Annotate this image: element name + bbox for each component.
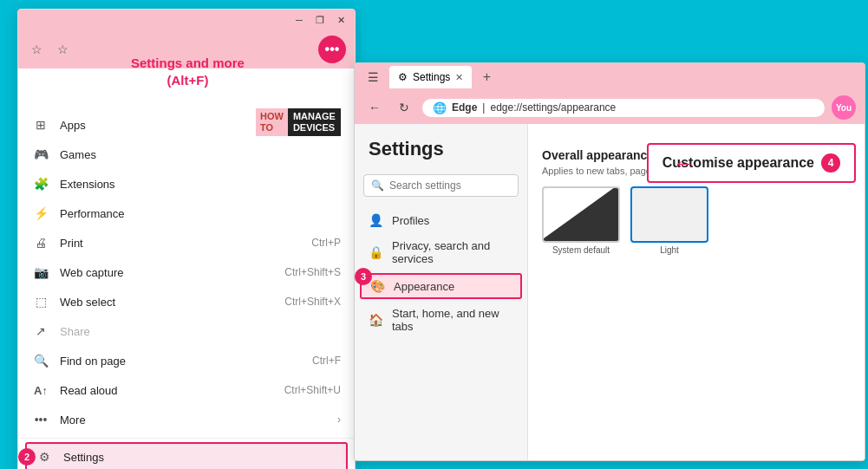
url-text: edge://settings/appearance bbox=[490, 101, 616, 114]
settings-addressbar: ← ↻ 🌐 Edge | edge://settings/appearance … bbox=[355, 91, 865, 124]
profiles-nav-icon: 👤 bbox=[369, 213, 383, 227]
settings-label: Settings bbox=[63, 451, 337, 464]
system-default-swatch[interactable] bbox=[542, 186, 620, 243]
menu-items-list: ⊞ Apps › 🎮 Games 🧩 Extensions ⚡ Performa… bbox=[18, 107, 355, 469]
starthome-nav-icon: 🏠 bbox=[369, 313, 383, 327]
favorite-icon[interactable]: ☆ bbox=[27, 40, 46, 59]
settings-and-more-callout: Settings and more(Alt+F) bbox=[131, 55, 245, 88]
more-label: More bbox=[60, 414, 337, 427]
tab-favicon: ⚙ bbox=[398, 71, 408, 83]
webcapture-icon: 📷 bbox=[32, 264, 49, 281]
share-label: Share bbox=[60, 325, 341, 338]
address-bar[interactable]: 🌐 Edge | edge://settings/appearance bbox=[422, 99, 825, 117]
print-shortcut: Ctrl+P bbox=[311, 237, 341, 249]
search-settings-input[interactable] bbox=[389, 179, 519, 192]
menu-divider bbox=[18, 438, 355, 439]
arrow-to-customise: ← bbox=[673, 150, 695, 177]
settings-more-button[interactable]: ••• bbox=[318, 36, 346, 63]
readaloud-shortcut: Ctrl+Shift+U bbox=[284, 384, 341, 396]
settings-sidebar-title: Settings bbox=[355, 138, 527, 174]
menu-titlebar: ─ ❐ ✕ bbox=[18, 10, 355, 30]
more-icon: ••• bbox=[32, 411, 49, 428]
logo-how: HOWTO bbox=[256, 108, 288, 136]
findonpage-icon: 🔍 bbox=[32, 352, 49, 369]
readaloud-label: Read aloud bbox=[60, 384, 284, 397]
new-tab-button[interactable]: + bbox=[477, 68, 496, 87]
edge-settings-window: ☰ ⚙ Settings ✕ + ← ↻ 🌐 Edge | edge://set… bbox=[354, 62, 865, 461]
light-label: Light bbox=[630, 245, 708, 255]
step3-badge: 3 bbox=[355, 268, 372, 285]
nav-appearance[interactable]: 3 🎨 Appearance bbox=[360, 273, 522, 299]
menu-item-readaloud[interactable]: A↑ Read aloud Ctrl+Shift+U bbox=[18, 375, 355, 405]
light-swatch[interactable] bbox=[630, 186, 708, 243]
menu-item-settings[interactable]: 2 ⚙ Settings bbox=[25, 442, 348, 469]
webselect-shortcut: Ctrl+Shift+X bbox=[284, 296, 341, 308]
extensions-icon: 🧩 bbox=[32, 175, 49, 192]
menu-item-webcapture[interactable]: 📷 Web capture Ctrl+Shift+S bbox=[18, 257, 355, 287]
settings-icon: ⚙ bbox=[36, 448, 53, 466]
settings-search-box[interactable]: 🔍 bbox=[363, 174, 519, 197]
appearance-swatches: System default Light bbox=[542, 186, 851, 255]
collections-icon[interactable]: ☆ bbox=[53, 40, 72, 59]
refresh-button[interactable]: ↻ bbox=[393, 96, 415, 119]
webselect-icon: ⬚ bbox=[32, 293, 49, 310]
findonpage-label: Find on page bbox=[60, 355, 312, 368]
tab-label: Settings bbox=[413, 71, 450, 83]
system-default-label: System default bbox=[542, 245, 620, 255]
tab-close-button[interactable]: ✕ bbox=[455, 72, 463, 83]
restore-button[interactable]: ❐ bbox=[313, 13, 327, 27]
print-icon: 🖨 bbox=[32, 234, 49, 251]
menu-item-print[interactable]: 🖨 Print Ctrl+P bbox=[18, 228, 355, 257]
nav-privacy[interactable]: 🔒 Privacy, search and services bbox=[355, 233, 527, 271]
close-button[interactable]: ✕ bbox=[334, 13, 348, 27]
menu-item-games[interactable]: 🎮 Games bbox=[18, 140, 355, 169]
sidebar-toggle[interactable]: ☰ bbox=[362, 66, 384, 88]
privacy-nav-label: Privacy, search and services bbox=[392, 239, 513, 265]
menu-item-performance[interactable]: ⚡ Performance bbox=[18, 199, 355, 228]
starthome-nav-label: Start, home, and new tabs bbox=[392, 307, 513, 333]
swatch-light-container[interactable]: Light bbox=[630, 186, 708, 255]
step4-badge: 4 bbox=[821, 153, 840, 173]
edge-label: Edge bbox=[452, 101, 477, 114]
menu-item-more[interactable]: ••• More › bbox=[18, 405, 355, 434]
menu-item-extensions[interactable]: 🧩 Extensions bbox=[18, 169, 355, 199]
settings-titlebar: ☰ ⚙ Settings ✕ + bbox=[355, 63, 865, 91]
performance-icon: ⚡ bbox=[32, 205, 49, 222]
back-button[interactable]: ← bbox=[363, 96, 386, 119]
share-icon: ↗ bbox=[32, 322, 49, 340]
games-label: Games bbox=[60, 148, 341, 161]
settings-tab[interactable]: ⚙ Settings ✕ bbox=[389, 66, 472, 88]
appearance-nav-label: Appearance bbox=[394, 280, 454, 293]
nav-profiles[interactable]: 👤 Profiles bbox=[355, 207, 527, 233]
logo: HOWTO MANAGEDEVICES bbox=[256, 108, 341, 136]
more-arrow: › bbox=[337, 414, 341, 426]
apps-icon: ⊞ bbox=[32, 116, 49, 134]
performance-label: Performance bbox=[60, 207, 341, 220]
menu-item-share: ↗ Share bbox=[18, 316, 355, 346]
menu-item-webselect[interactable]: ⬚ Web select Ctrl+Shift+X bbox=[18, 287, 355, 316]
appearance-nav-icon: 🎨 bbox=[370, 279, 385, 293]
menu-item-findonpage[interactable]: 🔍 Find on page Ctrl+F bbox=[18, 346, 355, 375]
webcapture-shortcut: Ctrl+Shift+S bbox=[284, 266, 341, 278]
profile-avatar[interactable]: You bbox=[832, 95, 856, 120]
webselect-label: Web select bbox=[60, 296, 284, 309]
readaloud-icon: A↑ bbox=[32, 381, 49, 399]
settings-sidebar: Settings 🔍 👤 Profiles 🔒 Privacy, search … bbox=[355, 124, 528, 460]
print-label: Print bbox=[60, 237, 311, 250]
url-separator: | bbox=[482, 101, 485, 114]
games-icon: 🎮 bbox=[32, 146, 49, 163]
findonpage-shortcut: Ctrl+F bbox=[312, 355, 341, 367]
logo-manage: MANAGEDEVICES bbox=[288, 108, 341, 136]
edge-favicon: 🌐 bbox=[433, 101, 447, 114]
minimize-button[interactable]: ─ bbox=[292, 13, 306, 27]
privacy-nav-icon: 🔒 bbox=[369, 245, 383, 259]
nav-starthome[interactable]: 🏠 Start, home, and new tabs bbox=[355, 301, 527, 339]
edge-menu-panel: ─ ❐ ✕ ☆ ☆ ••• Settings and more(Alt+F) ⊞… bbox=[17, 9, 356, 469]
search-icon: 🔍 bbox=[371, 179, 384, 192]
step2-badge: 2 bbox=[18, 448, 36, 466]
webcapture-label: Web capture bbox=[60, 266, 284, 279]
extensions-label: Extensions bbox=[60, 178, 341, 191]
profiles-nav-label: Profiles bbox=[392, 214, 429, 227]
swatch-system-default[interactable]: System default bbox=[542, 186, 620, 255]
